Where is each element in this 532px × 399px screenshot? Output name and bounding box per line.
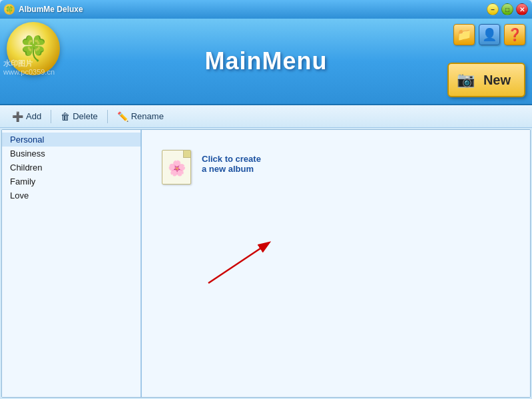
create-text-line2: a new album — [202, 164, 261, 174]
rename-icon: ✏️ — [117, 111, 129, 122]
sidebar-item-business[interactable]: Business — [2, 147, 140, 161]
watermark-line2: www.pc0359.cn — [3, 68, 55, 76]
create-album-button[interactable]: 🌸 Click to create a new album — [162, 150, 261, 187]
red-arrow — [202, 236, 282, 292]
new-button-icon: 📷 — [454, 68, 478, 92]
content-area: 🌸 Click to create a new album — [142, 130, 530, 397]
document-icon: 🌸 — [162, 150, 191, 185]
new-button[interactable]: 📷 New — [447, 63, 525, 97]
delete-icon: 🗑 — [61, 111, 70, 122]
header: 🍀 水印图片 www.pc0359.cn MainMenu 📁 👤 ❓ 📷 Ne… — [0, 19, 532, 105]
sidebar-item-children[interactable]: Children — [2, 161, 140, 175]
add-icon: ➕ — [12, 111, 23, 122]
minimize-button[interactable]: – — [487, 3, 499, 15]
title-bar: 🍀 AlbumMe Deluxe – □ ✕ — [0, 0, 532, 19]
svg-line-1 — [208, 243, 268, 283]
header-icons: 📁 👤 ❓ — [453, 24, 525, 45]
flower-icon: 🌸 — [168, 160, 186, 177]
close-button[interactable]: ✕ — [516, 3, 528, 15]
sidebar: Personal Business Children Family Love — [2, 130, 142, 397]
separator-1 — [51, 110, 51, 123]
user-icon-button[interactable]: 👤 — [479, 24, 500, 45]
rename-button[interactable]: ✏️ Rename — [112, 109, 169, 124]
watermark-line1: 水印图片 — [3, 59, 33, 69]
sidebar-item-personal[interactable]: Personal — [2, 133, 140, 147]
delete-button[interactable]: 🗑 Delete — [55, 109, 103, 124]
new-button-label: New — [483, 73, 511, 88]
create-text-line1: Click to create — [202, 154, 261, 164]
window-controls: – □ ✕ — [487, 3, 528, 15]
sidebar-item-love[interactable]: Love — [2, 189, 140, 202]
separator-2 — [107, 110, 108, 123]
rename-label: Rename — [131, 111, 164, 121]
add-button[interactable]: ➕ Add — [7, 109, 47, 124]
toolbar: ➕ Add 🗑 Delete ✏️ Rename — [0, 105, 532, 128]
app-icon: 🍀 — [4, 4, 15, 15]
create-album-text: Click to create a new album — [202, 150, 261, 174]
maximize-button[interactable]: □ — [501, 3, 513, 15]
main-title: MainMenu — [205, 47, 328, 75]
sidebar-item-family[interactable]: Family — [2, 175, 140, 189]
title-bar-left: 🍀 AlbumMe Deluxe — [4, 4, 83, 15]
delete-label: Delete — [73, 111, 98, 121]
folder-icon-button[interactable]: 📁 — [453, 24, 475, 45]
main-content: Personal Business Children Family Love 🌸… — [1, 129, 531, 398]
add-label: Add — [26, 111, 41, 121]
arrow-svg — [202, 236, 282, 290]
help-icon-button[interactable]: ❓ — [504, 24, 525, 45]
create-album-icon: 🌸 — [162, 150, 195, 187]
app-title: AlbumMe Deluxe — [19, 5, 83, 14]
